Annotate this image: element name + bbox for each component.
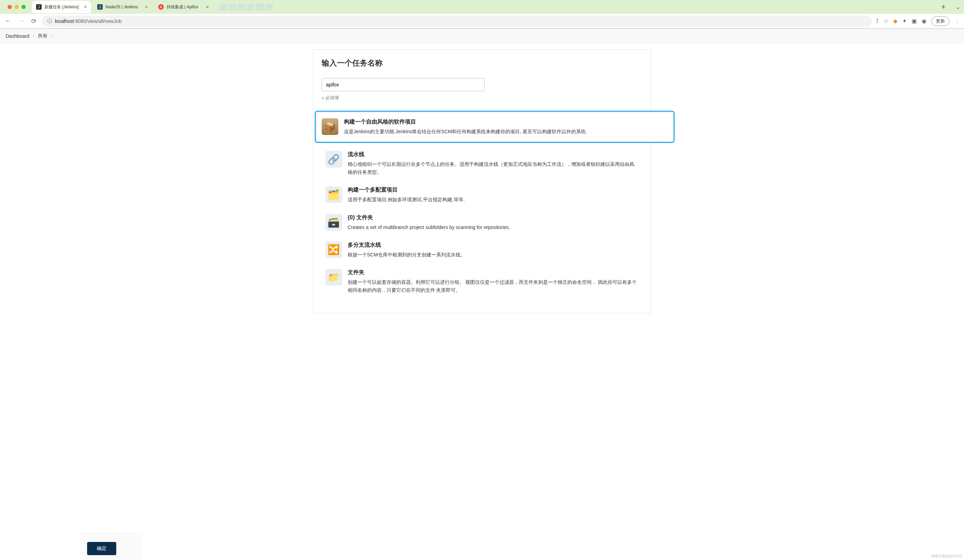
close-window-button[interactable] (8, 5, 12, 9)
menu-icon[interactable]: ⋮ (954, 17, 961, 25)
tab-overflow-button[interactable]: ⌄ (952, 3, 964, 11)
update-button[interactable]: 更新 (931, 16, 949, 26)
browser-tab[interactable]: A 持续集成 | Apifox × (154, 1, 213, 13)
chevron-right-icon: › (33, 34, 34, 39)
reload-button[interactable]: ⟳ (30, 16, 38, 26)
extensions-icon[interactable]: ✦ (902, 18, 907, 24)
item-desc: 适用于多配置项目,例如多环境测试,平台指定构建,等等. (348, 196, 639, 203)
item-desc: 根据一个SCM仓库中检测到的分支创建一系列流水线。 (348, 251, 639, 259)
multiconfig-icon: 🗂️ (326, 186, 342, 203)
chevron-right-icon: › (51, 34, 52, 39)
share-icon[interactable]: ⤴ (876, 18, 879, 24)
page-title: 输入一个任务名称 (322, 58, 643, 68)
multibranch-icon: 🔀 (326, 241, 342, 258)
folder-icon: 📁 (326, 269, 342, 286)
apifox-icon: A (158, 4, 164, 10)
item-type-multiconfig[interactable]: 🗂️ 构建一个多配置项目 适用于多配置项目,例如多环境测试,平台指定构建,等等. (322, 181, 643, 208)
item-title: {0} 文件夹 (348, 214, 639, 221)
item-type-multibranch[interactable]: 🔀 多分支流水线 根据一个SCM仓库中检测到的分支创建一系列流水线。 (322, 236, 643, 264)
close-tab-icon[interactable]: × (84, 4, 87, 10)
metamask-icon[interactable]: ◆ (893, 18, 897, 24)
breadcrumb-dashboard[interactable]: Dashboard (6, 33, 29, 39)
site-info-icon[interactable]: ⓘ (47, 18, 52, 24)
redacted-tabs (220, 3, 273, 10)
back-button[interactable]: ← (3, 16, 13, 26)
browser-tab[interactable]: J NodeJS | Jenkins × (93, 1, 152, 13)
item-type-pipeline[interactable]: 🔗 流水线 精心地组织一个可以长期运行在多个节点上的任务。适用于构建流水线（更加… (322, 146, 643, 181)
item-title: 构建一个多配置项目 (348, 186, 639, 194)
star-icon[interactable]: ☆ (884, 18, 888, 24)
item-desc: Creates a set of multibranch project sub… (348, 223, 639, 231)
new-tab-button[interactable]: + (938, 2, 948, 11)
pipeline-icon: 🔗 (326, 151, 342, 168)
org-folder-icon: 🗃️ (326, 214, 342, 231)
item-desc: 这是Jenkins的主要功能.Jenkins将会结合任何SCM和任何构建系统来构… (344, 128, 668, 135)
item-type-org-folder[interactable]: 🗃️ {0} 文件夹 Creates a set of multibranch … (322, 209, 643, 236)
close-tab-icon[interactable]: × (206, 4, 209, 10)
new-item-panel: 输入一个任务名称 必填项 📦 构建一个自由风格的软件项目 这是Jenkins的主… (313, 49, 651, 313)
item-title: 文件夹 (348, 269, 639, 276)
tab-bar: J 新建任务 [Jenkins] × J NodeJS | Jenkins × … (0, 0, 964, 14)
side-panel-icon[interactable]: ▣ (912, 18, 917, 24)
profile-icon[interactable]: ◉ (922, 18, 927, 24)
item-title: 多分支流水线 (348, 241, 639, 249)
address-bar[interactable]: ⓘ localhost:8080/view/all/newJob (42, 16, 872, 27)
tab-title: NodeJS | Jenkins (106, 5, 138, 9)
item-type-list: 📦 构建一个自由风格的软件项目 这是Jenkins的主要功能.Jenkins将会… (322, 111, 643, 299)
nav-bar: ← → ⟳ ⓘ localhost:8080/view/all/newJob ⤴… (0, 14, 964, 28)
item-type-freestyle[interactable]: 📦 构建一个自由风格的软件项目 这是Jenkins的主要功能.Jenkins将会… (315, 111, 674, 143)
forward-button[interactable]: → (17, 16, 26, 26)
browser-tab-active[interactable]: J 新建任务 [Jenkins] × (32, 1, 91, 13)
maximize-window-button[interactable] (21, 5, 26, 9)
tab-title: 持续集成 | Apifox (166, 4, 198, 10)
item-title: 构建一个自由风格的软件项目 (344, 118, 668, 125)
jenkins-icon: J (36, 4, 42, 10)
item-type-folder[interactable]: 📁 文件夹 创建一个可以嵌套存储的容器。利用它可以进行分组。 视图仅仅是一个过滤… (322, 264, 643, 299)
url-text: localhost:8080/view/all/newJob (55, 18, 121, 24)
freestyle-icon: 📦 (322, 118, 338, 135)
window-controls (3, 5, 30, 9)
tab-title: 新建任务 [Jenkins] (44, 4, 79, 10)
required-hint: 必填项 (322, 95, 643, 101)
item-title: 流水线 (348, 151, 639, 158)
item-name-input[interactable] (322, 78, 485, 91)
close-tab-icon[interactable]: × (145, 4, 148, 10)
item-desc: 精心地组织一个可以长期运行在多个节点上的任务。适用于构建流水线（更加正式地应当称… (348, 160, 639, 176)
jenkins-icon: J (97, 4, 103, 10)
minimize-window-button[interactable] (15, 5, 19, 9)
breadcrumb: Dashboard › 所有 › (0, 29, 964, 44)
breadcrumb-all[interactable]: 所有 (38, 33, 47, 39)
item-desc: 创建一个可以嵌套存储的容器。利用它可以进行分组。 视图仅仅是一个过滤器，而文件夹… (348, 278, 639, 294)
